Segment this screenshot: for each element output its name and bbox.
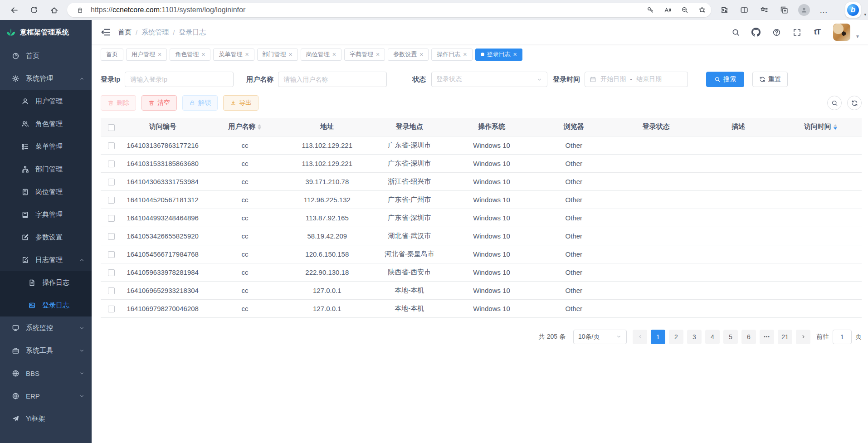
tab-param-settings[interactable]: 参数设置: [388, 49, 429, 61]
favorite-add-icon[interactable]: [696, 4, 708, 16]
url-text[interactable]: https://ccnetcore.com:1101/system/log/lo…: [91, 6, 639, 14]
sidebar-item-operation-log[interactable]: 操作日志: [0, 271, 92, 294]
user-avatar[interactable]: [833, 24, 850, 41]
page-button-1[interactable]: 1: [651, 330, 665, 344]
sidebar-item-login-log[interactable]: 登录日志: [0, 294, 92, 316]
font-size-icon[interactable]: tT: [813, 28, 822, 37]
tab-dept-mgmt[interactable]: 部门管理: [257, 49, 298, 61]
close-icon[interactable]: [513, 51, 517, 58]
collections-icon[interactable]: [777, 3, 791, 17]
prev-page-button[interactable]: [633, 330, 647, 344]
browser-home-button[interactable]: [47, 3, 61, 17]
date-range-picker[interactable]: 开始日期 - 结束日期: [585, 72, 688, 87]
export-button[interactable]: 导出: [223, 95, 258, 111]
page-size-select[interactable]: 10条/页: [573, 330, 627, 344]
sidebar-item-bbs[interactable]: BBS: [0, 362, 92, 385]
sidebar-item-tools[interactable]: 系统工具: [0, 339, 92, 362]
tab-home[interactable]: 首页: [101, 49, 123, 61]
page-button-2[interactable]: 2: [669, 330, 683, 344]
page-button-3[interactable]: 3: [687, 330, 702, 344]
close-icon[interactable]: [245, 51, 249, 58]
split-screen-icon[interactable]: [737, 3, 751, 17]
sidebar-item-menu-mgmt[interactable]: 菜单管理: [0, 135, 92, 158]
tab-post-mgmt[interactable]: 岗位管理: [301, 49, 341, 61]
sidebar-item-erp[interactable]: ERP: [0, 385, 92, 407]
select-all-checkbox[interactable]: [108, 124, 115, 131]
row-checkbox[interactable]: [108, 179, 115, 185]
row-checkbox[interactable]: [108, 142, 115, 149]
tab-menu-mgmt[interactable]: 菜单管理: [213, 49, 254, 61]
delete-button[interactable]: 删除: [101, 95, 136, 111]
help-icon[interactable]: [772, 28, 781, 37]
refresh-table-button[interactable]: [847, 96, 862, 110]
sort-icons[interactable]: [834, 124, 837, 130]
menu-fold-icon[interactable]: [101, 27, 111, 37]
close-icon[interactable]: [376, 51, 380, 58]
password-key-icon[interactable]: [644, 4, 657, 16]
address-bar[interactable]: https://ccnetcore.com:1101/system/log/lo…: [67, 3, 711, 17]
page-button-5[interactable]: 5: [723, 330, 738, 344]
avatar-caret-icon[interactable]: ▼: [855, 34, 860, 39]
sidebar-item-yi-framework[interactable]: Yi框架: [0, 407, 92, 430]
row-checkbox[interactable]: [108, 306, 115, 312]
reset-button[interactable]: 重置: [752, 72, 788, 87]
close-icon[interactable]: [332, 51, 336, 58]
browser-reload-button[interactable]: [27, 3, 41, 17]
tab-login-log[interactable]: 登录日志: [475, 49, 522, 61]
page-button-6[interactable]: 6: [741, 330, 756, 344]
clear-button[interactable]: 清空: [141, 95, 177, 111]
close-icon[interactable]: [158, 51, 161, 58]
sidebar-item-dict-mgmt[interactable]: 字典管理: [0, 203, 92, 226]
sidebar-item-role-mgmt[interactable]: 角色管理: [0, 112, 92, 135]
favorites-bar-icon[interactable]: [757, 3, 771, 17]
breadcrumb-system[interactable]: 系统管理: [141, 28, 169, 37]
tab-user-mgmt[interactable]: 用户管理: [126, 49, 167, 61]
close-icon[interactable]: [289, 51, 293, 58]
sidebar-item-user-mgmt[interactable]: 用户管理: [0, 90, 92, 112]
breadcrumb-home[interactable]: 首页: [118, 28, 132, 37]
search-button[interactable]: 搜索: [706, 72, 744, 87]
fullscreen-icon[interactable]: [792, 28, 801, 37]
sort-icons[interactable]: [258, 124, 261, 130]
unlock-button[interactable]: 解锁: [182, 95, 218, 111]
github-icon[interactable]: [751, 28, 761, 37]
row-checkbox[interactable]: [108, 269, 115, 276]
sidebar-item-dept-mgmt[interactable]: 部门管理: [0, 158, 92, 180]
toggle-search-button[interactable]: [827, 96, 842, 110]
browser-profile-avatar[interactable]: [797, 3, 811, 17]
close-icon[interactable]: [419, 51, 423, 58]
browser-back-button[interactable]: [7, 3, 21, 17]
extensions-icon[interactable]: [717, 3, 731, 17]
row-checkbox[interactable]: [108, 197, 115, 204]
row-checkbox[interactable]: [108, 215, 115, 222]
sidebar-item-log-mgmt[interactable]: 日志管理: [0, 248, 92, 271]
tab-operation-log[interactable]: 操作日志: [431, 49, 472, 61]
username-input[interactable]: [278, 72, 387, 87]
row-checkbox[interactable]: [108, 287, 115, 294]
goto-page-input[interactable]: [833, 330, 852, 344]
page-button-21[interactable]: 21: [778, 330, 792, 344]
read-aloud-icon[interactable]: [661, 4, 674, 16]
status-select[interactable]: 登录状态: [431, 72, 547, 87]
tab-role-mgmt[interactable]: 角色管理: [170, 49, 210, 61]
row-checkbox[interactable]: [108, 161, 115, 167]
site-lock-icon[interactable]: [73, 4, 86, 16]
row-checkbox[interactable]: [108, 251, 115, 258]
sidebar-item-home[interactable]: 首页: [0, 44, 92, 67]
sidebar-item-system[interactable]: 系统管理: [0, 67, 92, 90]
sidebar-item-param-settings[interactable]: 参数设置: [0, 226, 92, 248]
tab-dict-mgmt[interactable]: 字典管理: [344, 49, 385, 61]
column-header[interactable]: 用户名称: [228, 122, 255, 130]
close-icon[interactable]: [201, 51, 205, 58]
sidebar-item-monitor[interactable]: 系统监控: [0, 316, 92, 339]
row-checkbox[interactable]: [108, 233, 115, 240]
search-icon[interactable]: [731, 28, 740, 37]
sidebar-item-post-mgmt[interactable]: 岗位管理: [0, 180, 92, 203]
more-pages-icon[interactable]: •••: [760, 330, 774, 344]
next-page-button[interactable]: [796, 330, 810, 344]
bing-chat-icon[interactable]: b▾: [845, 2, 861, 18]
column-header[interactable]: 访问时间: [804, 122, 831, 130]
login-ip-input[interactable]: [125, 72, 234, 87]
close-icon[interactable]: [463, 51, 467, 58]
page-button-4[interactable]: 4: [705, 330, 720, 344]
